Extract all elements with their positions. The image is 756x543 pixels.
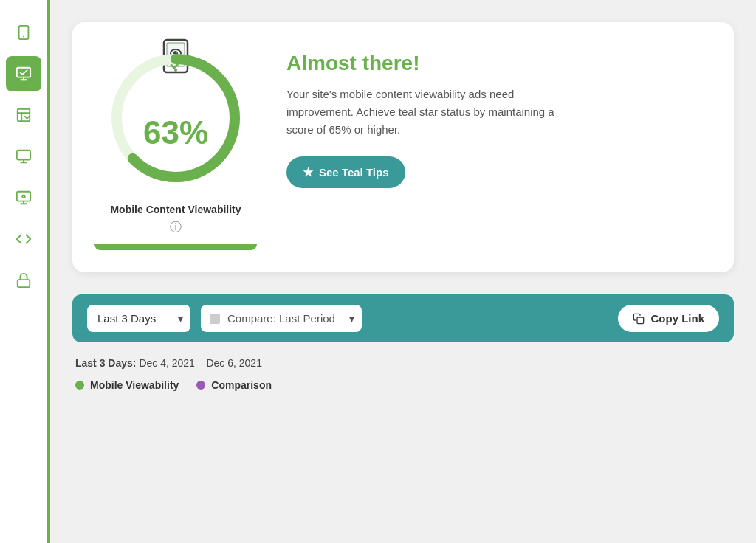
date-range-value: Dec 4, 2021 – Dec 6, 2021 bbox=[139, 357, 262, 369]
legend-item-comparison: Comparison bbox=[196, 379, 272, 391]
legend-item-mobile: Mobile Viewability bbox=[75, 379, 179, 391]
teal-tips-label: See Teal Tips bbox=[319, 166, 389, 179]
status-description: Your site's mobile content viewability a… bbox=[286, 86, 582, 139]
legend-dot-purple bbox=[196, 381, 205, 390]
compare-select[interactable]: Compare: Last Period Compare: Last Year … bbox=[201, 305, 362, 332]
svg-rect-24 bbox=[637, 317, 644, 324]
gauge-bar bbox=[94, 244, 257, 250]
gauge-container: 63% bbox=[102, 44, 250, 192]
status-title: Almost there! bbox=[286, 52, 712, 75]
svg-rect-15 bbox=[18, 280, 30, 287]
gauge-percent: 63% bbox=[143, 117, 208, 149]
copy-link-label: Copy Link bbox=[650, 312, 704, 325]
svg-rect-8 bbox=[17, 151, 30, 160]
sidebar-item-monitor-eye[interactable] bbox=[6, 180, 41, 215]
sidebar-item-layout[interactable] bbox=[6, 97, 41, 133]
chart-legend: Mobile Viewability Comparison bbox=[72, 379, 734, 391]
gauge-center: 63% bbox=[143, 117, 208, 149]
score-card: 63% Mobile Content Viewability ⓘ Almost … bbox=[72, 22, 734, 272]
legend-dot-green bbox=[75, 381, 84, 390]
compare-select-wrapper: Compare: Last Period Compare: Last Year … bbox=[201, 305, 362, 332]
copy-icon bbox=[633, 313, 645, 325]
star-icon: ★ bbox=[303, 165, 313, 179]
controls-bar: Last 3 Days Last 7 Days Last 30 Days ▾ C… bbox=[72, 294, 734, 342]
sidebar-item-mobile[interactable] bbox=[6, 15, 41, 50]
date-range-info: Last 3 Days: Dec 4, 2021 – Dec 6, 2021 bbox=[72, 357, 734, 369]
sidebar-item-code[interactable] bbox=[6, 221, 41, 257]
date-range-label: Last 3 Days: bbox=[75, 357, 136, 369]
legend-label-mobile: Mobile Viewability bbox=[90, 379, 179, 391]
right-section: Almost there! Your site's mobile content… bbox=[286, 44, 712, 188]
main-content: 63% Mobile Content Viewability ⓘ Almost … bbox=[50, 0, 756, 543]
period-select-wrapper: Last 3 Days Last 7 Days Last 30 Days ▾ bbox=[87, 305, 190, 332]
sidebar bbox=[0, 0, 50, 543]
gauge-label: Mobile Content Viewability bbox=[110, 204, 241, 215]
sidebar-item-desktop[interactable] bbox=[6, 139, 41, 174]
gauge-info-icon[interactable]: ⓘ bbox=[170, 220, 182, 235]
legend-label-comparison: Comparison bbox=[211, 379, 272, 391]
gauge-section: 63% Mobile Content Viewability ⓘ bbox=[94, 44, 257, 250]
period-select[interactable]: Last 3 Days Last 7 Days Last 30 Days bbox=[87, 305, 190, 332]
svg-rect-11 bbox=[17, 192, 30, 201]
sidebar-item-lock[interactable] bbox=[6, 263, 41, 298]
copy-link-button[interactable]: Copy Link bbox=[618, 305, 719, 332]
svg-point-14 bbox=[22, 195, 25, 198]
sidebar-item-monitor-check[interactable] bbox=[6, 56, 41, 91]
svg-rect-5 bbox=[18, 109, 30, 122]
see-teal-tips-button[interactable]: ★ See Teal Tips bbox=[286, 156, 405, 188]
